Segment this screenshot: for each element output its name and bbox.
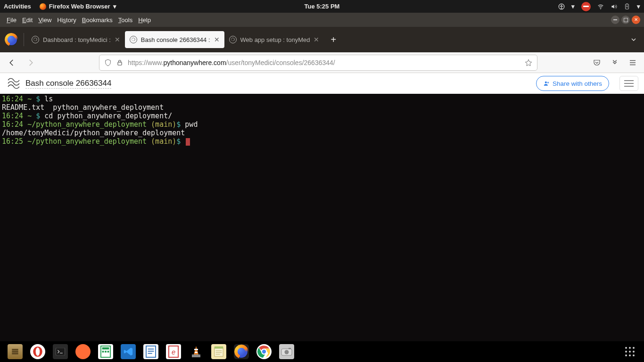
activities-button[interactable]: Activities	[4, 3, 31, 10]
forward-button[interactable]	[24, 56, 38, 70]
svg-rect-20	[148, 351, 154, 352]
navigation-toolbar: https://www.pythonanywhere.com/user/tony…	[0, 52, 644, 73]
chevron-down-icon: ▾	[113, 3, 116, 10]
menu-help[interactable]: Help	[135, 15, 154, 25]
svg-rect-25	[195, 352, 198, 353]
svg-rect-16	[105, 351, 107, 353]
svg-rect-15	[102, 351, 104, 353]
dock-app-vlc[interactable]	[189, 344, 204, 359]
python-favicon: ❍	[229, 36, 237, 43]
clock[interactable]: Tue 5:25 PM	[305, 3, 340, 10]
python-favicon: ❍	[130, 36, 137, 43]
close-icon[interactable]: ✕	[115, 36, 120, 43]
svg-rect-12	[56, 348, 65, 355]
firefox-home-button[interactable]	[4, 32, 19, 47]
svg-rect-5	[118, 62, 122, 65]
volume-icon[interactable]	[611, 3, 617, 10]
svg-rect-17	[107, 351, 109, 353]
svg-rect-24	[194, 349, 198, 350]
window-close-button[interactable]	[632, 16, 640, 24]
dock-app-calc[interactable]	[98, 344, 113, 359]
menu-edit[interactable]: Edit	[19, 15, 35, 25]
chevron-down-icon: ▾	[637, 3, 640, 10]
svg-rect-19	[148, 349, 154, 350]
dock-app-opera[interactable]	[30, 344, 45, 359]
svg-rect-21	[148, 353, 152, 354]
tab-label: Web app setup : tonyMed	[240, 36, 310, 43]
tab-dashboard[interactable]: ❍ Dashboard : tonyMedici : ✕	[27, 31, 125, 48]
chevron-down-icon: ▾	[571, 3, 575, 10]
pocket-icon[interactable]	[590, 56, 603, 69]
divider	[24, 33, 24, 46]
svg-point-2	[600, 8, 601, 9]
overflow-icon[interactable]	[608, 56, 621, 69]
menu-view[interactable]: View	[35, 15, 54, 25]
close-icon[interactable]: ✕	[214, 36, 220, 43]
firefox-icon	[40, 3, 46, 10]
page-title: Bash console 26636344	[25, 79, 111, 89]
bookmark-star-icon[interactable]	[525, 59, 532, 66]
do-not-disturb-icon[interactable]	[581, 2, 591, 11]
accessibility-icon[interactable]	[558, 3, 565, 10]
menu-history[interactable]: History	[54, 15, 79, 25]
address-bar[interactable]: https://www.pythonanywhere.com/user/tony…	[99, 55, 537, 71]
page-menu-button[interactable]	[619, 76, 638, 91]
show-applications-button[interactable]	[625, 347, 635, 356]
svg-rect-8	[12, 351, 18, 352]
svg-rect-14	[102, 347, 109, 350]
share-button[interactable]: Share with others	[536, 76, 609, 91]
dock-app-reader[interactable]: e	[166, 344, 181, 359]
url-text: https://www.pythonanywhere.com/user/tony…	[128, 59, 520, 66]
dock-app-screenshot[interactable]	[279, 344, 294, 359]
menu-bookmarks[interactable]: Bookmarks	[79, 15, 116, 25]
dock-app-terminal[interactable]	[53, 344, 68, 359]
current-app-label: Firefox Web Browser	[49, 3, 110, 10]
dock-app-postman[interactable]	[75, 344, 91, 359]
tab-webapp-setup[interactable]: ❍ Web app setup : tonyMed ✕	[224, 31, 324, 48]
shield-icon[interactable]	[104, 59, 112, 66]
tab-label: Bash console 26636344 :	[141, 36, 210, 43]
dock-app-chrome[interactable]	[256, 344, 272, 359]
current-app-menu[interactable]: Firefox Web Browser ▾	[40, 3, 116, 10]
window-maximize-button[interactable]	[621, 16, 630, 24]
dock-app-files[interactable]	[8, 344, 23, 359]
page-header: Bash console 26636344 Share with others	[0, 73, 644, 94]
svg-rect-27	[215, 348, 223, 356]
pythonanywhere-logo-icon[interactable]	[6, 77, 21, 90]
svg-rect-33	[289, 348, 291, 349]
svg-rect-28	[215, 346, 223, 349]
terminal[interactable]: 16:24 ~ $ ls README.txt python_anywhere_…	[0, 94, 644, 341]
svg-point-32	[285, 350, 289, 354]
close-icon[interactable]: ✕	[314, 36, 319, 43]
svg-point-1	[561, 4, 562, 5]
svg-text:e: e	[172, 348, 175, 356]
svg-point-30	[262, 349, 266, 354]
share-label: Share with others	[553, 80, 602, 87]
new-tab-button[interactable]: +	[324, 34, 343, 45]
dock: e	[0, 341, 644, 362]
tab-label: Dashboard : tonyMedici :	[43, 36, 111, 43]
tab-overflow-button[interactable]	[630, 36, 637, 43]
svg-point-11	[36, 347, 40, 355]
svg-rect-26	[192, 354, 200, 357]
wifi-icon[interactable]	[597, 3, 604, 10]
firefox-icon	[6, 34, 17, 45]
window-minimize-button[interactable]	[611, 16, 619, 24]
back-button[interactable]	[5, 56, 19, 70]
firefox-menubar: File Edit View History Bookmarks Tools H…	[0, 13, 644, 27]
svg-rect-9	[12, 353, 18, 354]
svg-rect-7	[12, 349, 18, 350]
gnome-top-bar: Activities Firefox Web Browser ▾ Tue 5:2…	[0, 0, 644, 13]
menu-file[interactable]: File	[4, 15, 19, 25]
lock-icon[interactable]	[116, 59, 123, 66]
menu-tools[interactable]: Tools	[116, 15, 135, 25]
app-menu-icon[interactable]	[626, 56, 639, 69]
tab-bash-console[interactable]: ❍ Bash console 26636344 : ✕	[125, 31, 224, 48]
svg-rect-4	[627, 3, 627, 4]
person-plus-icon	[543, 80, 550, 87]
dock-app-vscode[interactable]	[121, 344, 136, 359]
battery-icon[interactable]	[624, 3, 630, 10]
dock-app-notepad[interactable]	[211, 344, 226, 359]
dock-app-writer[interactable]	[143, 344, 158, 359]
dock-app-firefox[interactable]	[234, 344, 249, 359]
